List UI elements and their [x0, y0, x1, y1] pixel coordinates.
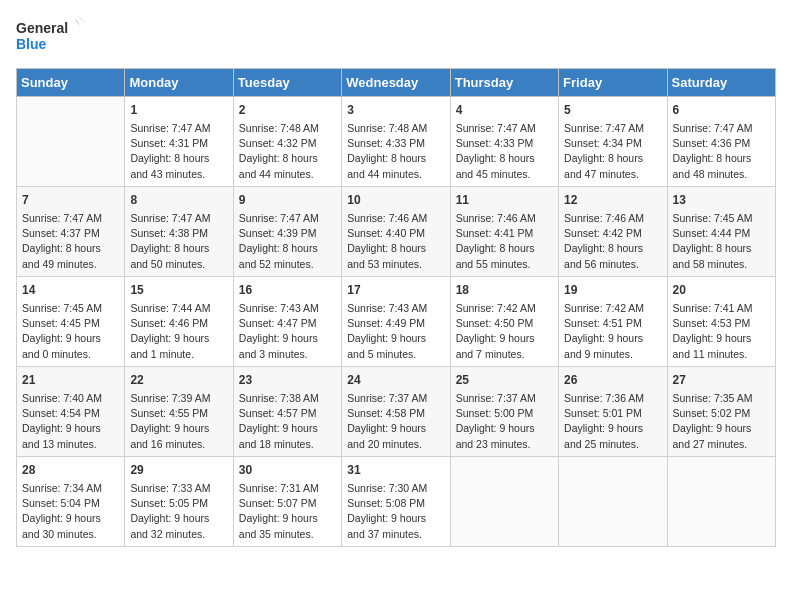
day-number: 15 — [130, 281, 227, 299]
day-info: Sunrise: 7:40 AMSunset: 4:54 PMDaylight:… — [22, 391, 119, 452]
day-number: 5 — [564, 101, 661, 119]
day-number: 16 — [239, 281, 336, 299]
day-number: 14 — [22, 281, 119, 299]
header-cell-tuesday: Tuesday — [233, 69, 341, 97]
day-number: 18 — [456, 281, 553, 299]
day-cell: 18Sunrise: 7:42 AMSunset: 4:50 PMDayligh… — [450, 277, 558, 367]
day-cell: 4Sunrise: 7:47 AMSunset: 4:33 PMDaylight… — [450, 97, 558, 187]
week-row-2: 7Sunrise: 7:47 AMSunset: 4:37 PMDaylight… — [17, 187, 776, 277]
day-info: Sunrise: 7:47 AMSunset: 4:36 PMDaylight:… — [673, 121, 770, 182]
day-cell: 23Sunrise: 7:38 AMSunset: 4:57 PMDayligh… — [233, 367, 341, 457]
day-cell — [667, 457, 775, 547]
day-cell: 29Sunrise: 7:33 AMSunset: 5:05 PMDayligh… — [125, 457, 233, 547]
day-info: Sunrise: 7:47 AMSunset: 4:33 PMDaylight:… — [456, 121, 553, 182]
svg-text:General: General — [16, 20, 68, 36]
day-cell — [450, 457, 558, 547]
week-row-1: 1Sunrise: 7:47 AMSunset: 4:31 PMDaylight… — [17, 97, 776, 187]
day-info: Sunrise: 7:37 AMSunset: 5:00 PMDaylight:… — [456, 391, 553, 452]
day-info: Sunrise: 7:47 AMSunset: 4:38 PMDaylight:… — [130, 211, 227, 272]
day-cell: 24Sunrise: 7:37 AMSunset: 4:58 PMDayligh… — [342, 367, 450, 457]
day-number: 19 — [564, 281, 661, 299]
day-info: Sunrise: 7:46 AMSunset: 4:41 PMDaylight:… — [456, 211, 553, 272]
day-cell: 8Sunrise: 7:47 AMSunset: 4:38 PMDaylight… — [125, 187, 233, 277]
day-cell: 9Sunrise: 7:47 AMSunset: 4:39 PMDaylight… — [233, 187, 341, 277]
day-number: 4 — [456, 101, 553, 119]
day-cell: 31Sunrise: 7:30 AMSunset: 5:08 PMDayligh… — [342, 457, 450, 547]
day-number: 8 — [130, 191, 227, 209]
day-cell: 12Sunrise: 7:46 AMSunset: 4:42 PMDayligh… — [559, 187, 667, 277]
day-info: Sunrise: 7:47 AMSunset: 4:31 PMDaylight:… — [130, 121, 227, 182]
header-cell-friday: Friday — [559, 69, 667, 97]
svg-marker-2 — [74, 18, 81, 26]
day-info: Sunrise: 7:48 AMSunset: 4:32 PMDaylight:… — [239, 121, 336, 182]
day-cell: 16Sunrise: 7:43 AMSunset: 4:47 PMDayligh… — [233, 277, 341, 367]
day-info: Sunrise: 7:43 AMSunset: 4:49 PMDaylight:… — [347, 301, 444, 362]
header-cell-thursday: Thursday — [450, 69, 558, 97]
day-info: Sunrise: 7:33 AMSunset: 5:05 PMDaylight:… — [130, 481, 227, 542]
day-info: Sunrise: 7:35 AMSunset: 5:02 PMDaylight:… — [673, 391, 770, 452]
day-info: Sunrise: 7:34 AMSunset: 5:04 PMDaylight:… — [22, 481, 119, 542]
week-row-5: 28Sunrise: 7:34 AMSunset: 5:04 PMDayligh… — [17, 457, 776, 547]
day-cell: 15Sunrise: 7:44 AMSunset: 4:46 PMDayligh… — [125, 277, 233, 367]
day-cell: 7Sunrise: 7:47 AMSunset: 4:37 PMDaylight… — [17, 187, 125, 277]
day-number: 27 — [673, 371, 770, 389]
day-cell: 25Sunrise: 7:37 AMSunset: 5:00 PMDayligh… — [450, 367, 558, 457]
day-info: Sunrise: 7:45 AMSunset: 4:44 PMDaylight:… — [673, 211, 770, 272]
svg-marker-3 — [78, 16, 86, 23]
day-number: 21 — [22, 371, 119, 389]
day-info: Sunrise: 7:30 AMSunset: 5:08 PMDaylight:… — [347, 481, 444, 542]
day-cell: 2Sunrise: 7:48 AMSunset: 4:32 PMDaylight… — [233, 97, 341, 187]
day-info: Sunrise: 7:46 AMSunset: 4:42 PMDaylight:… — [564, 211, 661, 272]
header-cell-saturday: Saturday — [667, 69, 775, 97]
day-cell: 13Sunrise: 7:45 AMSunset: 4:44 PMDayligh… — [667, 187, 775, 277]
day-info: Sunrise: 7:38 AMSunset: 4:57 PMDaylight:… — [239, 391, 336, 452]
day-cell: 1Sunrise: 7:47 AMSunset: 4:31 PMDaylight… — [125, 97, 233, 187]
day-info: Sunrise: 7:45 AMSunset: 4:45 PMDaylight:… — [22, 301, 119, 362]
day-number: 29 — [130, 461, 227, 479]
day-cell — [17, 97, 125, 187]
day-number: 12 — [564, 191, 661, 209]
day-info: Sunrise: 7:47 AMSunset: 4:39 PMDaylight:… — [239, 211, 336, 272]
logo-svg: General Blue — [16, 16, 96, 56]
day-info: Sunrise: 7:36 AMSunset: 5:01 PMDaylight:… — [564, 391, 661, 452]
day-info: Sunrise: 7:31 AMSunset: 5:07 PMDaylight:… — [239, 481, 336, 542]
day-cell: 11Sunrise: 7:46 AMSunset: 4:41 PMDayligh… — [450, 187, 558, 277]
day-cell: 19Sunrise: 7:42 AMSunset: 4:51 PMDayligh… — [559, 277, 667, 367]
day-info: Sunrise: 7:47 AMSunset: 4:34 PMDaylight:… — [564, 121, 661, 182]
day-number: 10 — [347, 191, 444, 209]
day-cell: 6Sunrise: 7:47 AMSunset: 4:36 PMDaylight… — [667, 97, 775, 187]
day-info: Sunrise: 7:48 AMSunset: 4:33 PMDaylight:… — [347, 121, 444, 182]
day-number: 22 — [130, 371, 227, 389]
day-number: 31 — [347, 461, 444, 479]
day-cell: 3Sunrise: 7:48 AMSunset: 4:33 PMDaylight… — [342, 97, 450, 187]
header-cell-wednesday: Wednesday — [342, 69, 450, 97]
day-info: Sunrise: 7:42 AMSunset: 4:50 PMDaylight:… — [456, 301, 553, 362]
calendar-table: SundayMondayTuesdayWednesdayThursdayFrid… — [16, 68, 776, 547]
day-number: 20 — [673, 281, 770, 299]
day-cell: 26Sunrise: 7:36 AMSunset: 5:01 PMDayligh… — [559, 367, 667, 457]
day-cell: 27Sunrise: 7:35 AMSunset: 5:02 PMDayligh… — [667, 367, 775, 457]
day-number: 28 — [22, 461, 119, 479]
day-info: Sunrise: 7:47 AMSunset: 4:37 PMDaylight:… — [22, 211, 119, 272]
logo: General Blue — [16, 16, 96, 56]
day-cell: 28Sunrise: 7:34 AMSunset: 5:04 PMDayligh… — [17, 457, 125, 547]
day-cell: 21Sunrise: 7:40 AMSunset: 4:54 PMDayligh… — [17, 367, 125, 457]
day-number: 7 — [22, 191, 119, 209]
day-number: 30 — [239, 461, 336, 479]
day-info: Sunrise: 7:42 AMSunset: 4:51 PMDaylight:… — [564, 301, 661, 362]
page-header: General Blue — [16, 16, 776, 56]
calendar-header: SundayMondayTuesdayWednesdayThursdayFrid… — [17, 69, 776, 97]
day-cell — [559, 457, 667, 547]
day-number: 23 — [239, 371, 336, 389]
day-number: 1 — [130, 101, 227, 119]
day-cell: 5Sunrise: 7:47 AMSunset: 4:34 PMDaylight… — [559, 97, 667, 187]
header-row: SundayMondayTuesdayWednesdayThursdayFrid… — [17, 69, 776, 97]
day-cell: 14Sunrise: 7:45 AMSunset: 4:45 PMDayligh… — [17, 277, 125, 367]
week-row-4: 21Sunrise: 7:40 AMSunset: 4:54 PMDayligh… — [17, 367, 776, 457]
day-info: Sunrise: 7:41 AMSunset: 4:53 PMDaylight:… — [673, 301, 770, 362]
day-info: Sunrise: 7:46 AMSunset: 4:40 PMDaylight:… — [347, 211, 444, 272]
calendar-body: 1Sunrise: 7:47 AMSunset: 4:31 PMDaylight… — [17, 97, 776, 547]
day-number: 2 — [239, 101, 336, 119]
week-row-3: 14Sunrise: 7:45 AMSunset: 4:45 PMDayligh… — [17, 277, 776, 367]
day-number: 25 — [456, 371, 553, 389]
